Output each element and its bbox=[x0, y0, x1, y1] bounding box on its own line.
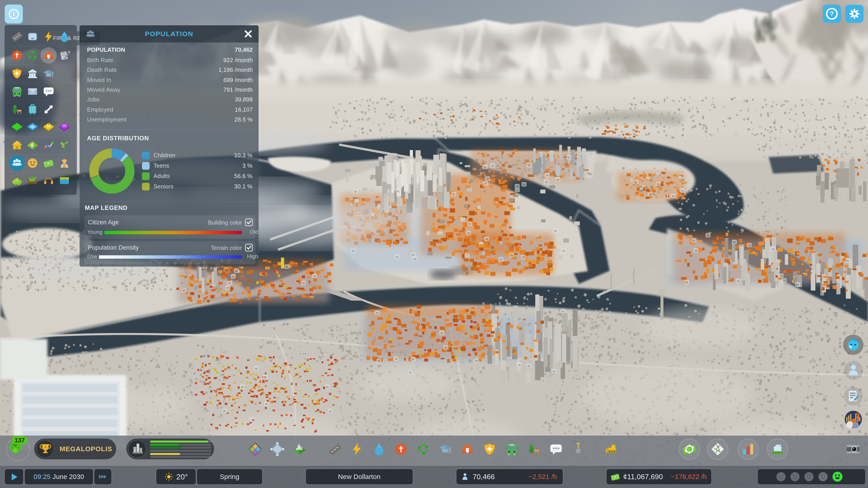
svg-text:?: ? bbox=[830, 10, 834, 17]
svg-text:¢: ¢ bbox=[31, 142, 34, 149]
